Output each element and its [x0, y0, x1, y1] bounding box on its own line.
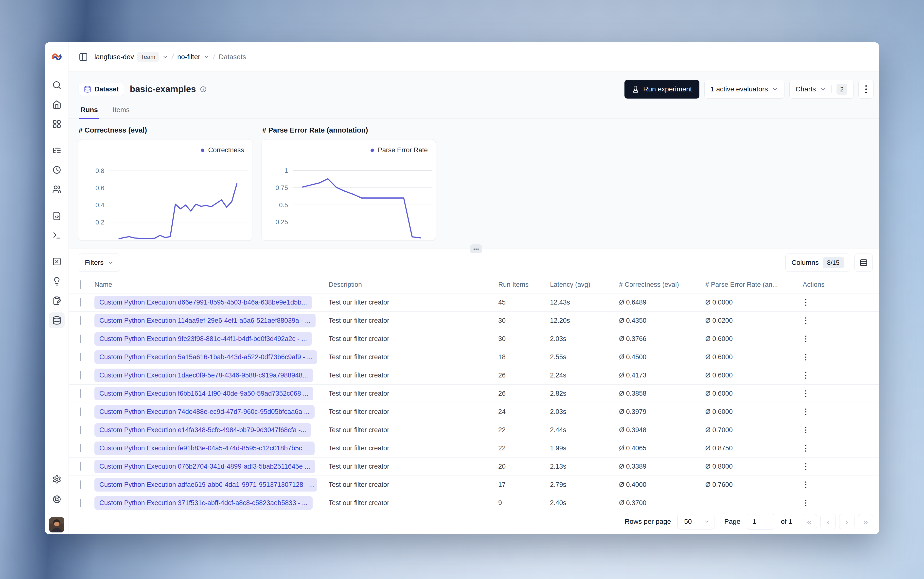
table-row[interactable]: Custom Python Execution 114aa9ef-29e6-4e…	[69, 312, 879, 330]
svg-text:0.25: 0.25	[275, 218, 288, 226]
row-checkbox[interactable]	[80, 444, 81, 452]
row-actions-kebab[interactable]	[803, 406, 809, 418]
columns-button[interactable]: Columns 8/15	[785, 254, 850, 272]
more-actions-button[interactable]	[858, 80, 874, 98]
table-row[interactable]: Custom Python Execution adfae619-abb0-4d…	[69, 476, 879, 494]
run-name-pill[interactable]: Custom Python Execution 076b2704-341d-48…	[94, 460, 315, 473]
active-evaluators-dropdown[interactable]: 1 active evaluators	[704, 80, 785, 98]
run-name-pill[interactable]: Custom Python Execution fe91b83e-04a5-47…	[94, 442, 315, 455]
row-height-button[interactable]	[855, 254, 873, 272]
sidebar-item-search[interactable]	[49, 77, 65, 93]
row-actions-kebab[interactable]	[803, 497, 809, 509]
table-row[interactable]: Custom Python Execution 1daec0f9-5e78-43…	[69, 366, 879, 384]
page-number-input[interactable]: 1	[747, 514, 774, 530]
chart-legend[interactable]: Correctness	[201, 146, 244, 154]
chevron-down-icon[interactable]	[162, 54, 168, 60]
run-name-pill[interactable]: Custom Python Execution 371f531c-abff-4d…	[94, 496, 313, 510]
run-name-pill[interactable]: Custom Python Execution e14fa348-5cfc-49…	[94, 423, 311, 437]
sidebar-item-insights[interactable]	[49, 273, 65, 289]
column-header-run-items[interactable]: Run Items	[498, 281, 550, 288]
run-experiment-button[interactable]: Run experiment	[624, 80, 700, 98]
sidebar-item-evaluators[interactable]	[49, 254, 65, 269]
sidebar-item-prompts[interactable]	[49, 208, 65, 224]
sidebar-item-dashboards[interactable]	[49, 116, 65, 132]
table-row[interactable]: Custom Python Execution 371f531c-abff-4d…	[69, 494, 879, 512]
table-row[interactable]: Custom Python Execution f6bb1614-1f90-40…	[69, 384, 879, 403]
row-checkbox[interactable]	[80, 407, 81, 416]
run-name-pill[interactable]: Custom Python Execution 5a15a616-1bab-44…	[94, 350, 317, 364]
prev-page-button[interactable]: ‹	[821, 514, 836, 529]
chart-legend[interactable]: Parse Error Rate	[370, 146, 428, 154]
row-actions-kebab[interactable]	[803, 461, 809, 472]
row-actions-kebab[interactable]	[803, 370, 809, 381]
table-row[interactable]: Custom Python Execution 74de488e-ec9d-47…	[69, 403, 879, 421]
rows-per-page-select[interactable]: 50	[677, 514, 714, 530]
column-header-correctness[interactable]: # Correctness (eval)	[619, 281, 705, 288]
row-actions-kebab[interactable]	[803, 443, 809, 454]
row-checkbox[interactable]	[80, 462, 81, 471]
run-name-pill[interactable]: Custom Python Execution f6bb1614-1f90-40…	[94, 387, 313, 401]
next-page-button[interactable]: ›	[839, 514, 855, 529]
tab-items[interactable]: Items	[111, 106, 131, 118]
run-name-pill[interactable]: Custom Python Execution adfae619-abb0-4d…	[94, 478, 317, 492]
chevron-down-icon[interactable]	[204, 54, 210, 60]
charts-dropdown[interactable]: Charts 2	[790, 80, 854, 98]
row-actions-kebab[interactable]	[803, 424, 809, 436]
row-actions-kebab[interactable]	[803, 351, 809, 363]
column-header-name[interactable]: Name	[94, 276, 323, 293]
row-checkbox[interactable]	[80, 499, 81, 507]
table-row[interactable]: Custom Python Execution 076b2704-341d-48…	[69, 458, 879, 476]
sidebar-item-settings[interactable]	[49, 471, 65, 487]
row-checkbox[interactable]	[80, 481, 81, 489]
table-footer: Rows per page 50 Page 1 of 1 « ‹ › »	[69, 512, 879, 531]
project-name[interactable]: no-filter	[177, 53, 200, 61]
column-header-latency[interactable]: Latency (avg)	[550, 281, 619, 288]
button-divider	[831, 85, 832, 93]
select-all-checkbox[interactable]	[80, 280, 81, 289]
first-page-button[interactable]: «	[802, 514, 817, 529]
sidebar-item-datasets[interactable]	[49, 312, 65, 328]
avatar[interactable]	[49, 517, 64, 532]
row-actions-kebab[interactable]	[803, 479, 809, 491]
row-checkbox[interactable]	[80, 335, 81, 343]
row-actions-kebab[interactable]	[803, 297, 809, 308]
table-row[interactable]: Custom Python Execution e14fa348-5cfc-49…	[69, 421, 879, 439]
tab-runs[interactable]: Runs	[79, 106, 99, 119]
run-name-pill[interactable]: Custom Python Execution d66e7991-8595-45…	[94, 296, 312, 309]
org-name[interactable]: langfuse-dev	[94, 53, 134, 61]
column-header-description[interactable]: Description	[323, 281, 498, 288]
table-row[interactable]: Custom Python Execution 5a15a616-1bab-44…	[69, 348, 879, 366]
sidebar-item-support[interactable]	[49, 491, 65, 507]
row-actions-kebab[interactable]	[803, 315, 809, 327]
run-name-pill[interactable]: Custom Python Execution 114aa9ef-29e6-4e…	[94, 314, 316, 327]
row-actions-kebab[interactable]	[803, 333, 809, 345]
run-name-pill[interactable]: Custom Python Execution 74de488e-ec9d-47…	[94, 405, 315, 419]
table-row[interactable]: Custom Python Execution 9fe23f98-881e-44…	[69, 330, 879, 348]
sidebar-toggle-button[interactable]	[79, 52, 88, 62]
sidebar-item-annotation-queues[interactable]	[49, 293, 65, 309]
filters-button[interactable]: Filters	[79, 254, 120, 272]
table-row[interactable]: Custom Python Execution fe91b83e-04a5-47…	[69, 439, 879, 458]
row-checkbox[interactable]	[80, 316, 81, 325]
row-checkbox[interactable]	[80, 353, 81, 361]
sidebar-item-home[interactable]	[49, 96, 65, 112]
run-name-pill[interactable]: Custom Python Execution 1daec0f9-5e78-43…	[94, 369, 313, 382]
last-page-button[interactable]: »	[858, 514, 873, 529]
column-header-parse-error-rate[interactable]: # Parse Error Rate (an...	[705, 281, 800, 288]
sidebar-item-playground[interactable]	[49, 227, 65, 243]
sidebar-item-sessions[interactable]	[49, 162, 65, 178]
table-row[interactable]: Custom Python Execution d66e7991-8595-45…	[69, 293, 879, 312]
sidebar-item-tracing[interactable]	[49, 142, 65, 158]
run-name-pill[interactable]: Custom Python Execution 9fe23f98-881e-44…	[94, 332, 312, 346]
row-checkbox[interactable]	[80, 298, 81, 306]
langfuse-logo-icon[interactable]	[51, 51, 62, 62]
row-actions-kebab[interactable]	[803, 388, 809, 399]
sidebar-item-users[interactable]	[49, 182, 65, 197]
info-icon[interactable]	[200, 86, 206, 93]
dataset-badge-label: Dataset	[95, 85, 119, 93]
breadcrumb-section[interactable]: Datasets	[219, 53, 246, 61]
resize-grip-handle[interactable]	[470, 244, 482, 253]
row-checkbox[interactable]	[80, 371, 81, 379]
row-checkbox[interactable]	[80, 426, 81, 434]
row-checkbox[interactable]	[80, 389, 81, 397]
